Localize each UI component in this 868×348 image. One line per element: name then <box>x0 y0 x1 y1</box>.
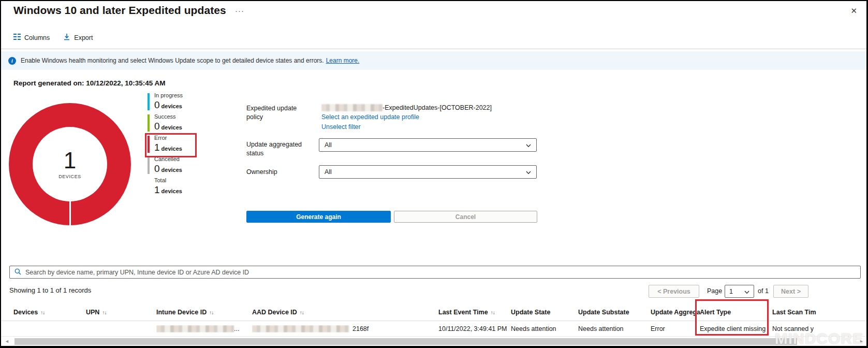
legend-label: In progress <box>154 92 183 99</box>
chevron-down-icon <box>526 142 531 148</box>
page-title: Windows 10 and later Expedited updates <box>13 4 226 17</box>
previous-page-button: < Previous <box>649 285 699 298</box>
sort-icon[interactable]: ↑↓ <box>40 310 45 315</box>
col-header-aad-device-id[interactable]: AAD Device ID↑↓ <box>252 309 438 316</box>
table-header-row: Devices↑↓ UPN↑↓ Intune Device ID↑↓ AAD D… <box>1 304 866 321</box>
col-header-intune-device-id[interactable]: Intune Device ID↑↓ <box>156 309 252 316</box>
ownership-select[interactable]: All <box>319 165 537 179</box>
generate-again-button[interactable]: Generate again <box>246 211 391 223</box>
legend-item-in-progress: In progress 0devices <box>148 92 183 111</box>
policy-value: -ExpeditedUpdates-[OCTOBER-2022] <box>321 104 492 111</box>
sort-icon[interactable]: ↑↓ <box>209 310 213 315</box>
donut-segment-gap <box>69 199 71 225</box>
select-profile-link[interactable]: Select an expedited update profile <box>321 113 419 121</box>
cell-aad-device-id: 2168f <box>252 325 438 332</box>
cell-update-state: Needs attention <box>511 325 578 332</box>
legend-color-bar <box>148 157 150 174</box>
expedited-updates-report-window: Windows 10 and later Expedited updates ·… <box>0 0 868 348</box>
columns-button[interactable]: Columns <box>13 34 50 41</box>
close-icon[interactable]: ✕ <box>850 6 857 16</box>
legend-item-total: Total 1devices <box>148 177 183 196</box>
search-input[interactable] <box>25 269 856 276</box>
chart-legend: In progress 0devices Success 0devices Er… <box>148 92 183 198</box>
donut-center-label: DEVICES <box>58 174 81 179</box>
cell-update-substate: Needs attention <box>578 325 651 332</box>
horizontal-scrollbar[interactable]: ◄ ► <box>1 337 866 346</box>
legend-color-bar <box>148 114 150 132</box>
chevron-down-icon <box>744 289 749 294</box>
legend-unit: devices <box>161 124 182 130</box>
cell-intune-device-id: ... <box>156 325 252 332</box>
legend-item-cancelled: Cancelled 0devices <box>148 156 183 175</box>
legend-value: 1 <box>154 184 160 195</box>
toolbar: Columns Export <box>13 33 93 42</box>
legend-label: Success <box>154 113 183 121</box>
current-page-value: 1 <box>729 288 733 295</box>
donut-ring: 1 DEVICES <box>9 103 131 225</box>
legend-item-error: Error 1devices <box>148 135 183 154</box>
col-header-last-event-time[interactable]: Last Event Time↑↓ <box>438 309 511 316</box>
legend-label: Total <box>154 177 183 184</box>
legend-value: 0 <box>154 121 160 132</box>
legend-unit: devices <box>161 188 182 194</box>
legend-label: Error <box>154 135 183 142</box>
cell-last-event-time: 10/11/2022, 3:49:41 PM <box>438 325 511 332</box>
chevron-down-icon <box>526 169 531 175</box>
status-selected-value: All <box>325 141 332 149</box>
export-icon <box>63 33 70 42</box>
redacted-aad-device-id <box>252 325 349 332</box>
columns-icon <box>13 34 21 41</box>
col-header-devices[interactable]: Devices↑↓ <box>13 309 86 316</box>
cancel-button: Cancel <box>394 211 537 223</box>
sort-icon[interactable]: ↑↓ <box>300 310 304 315</box>
legend-unit: devices <box>161 146 182 152</box>
ownership-label: Ownership <box>246 168 315 177</box>
policy-label: Expedited update policy <box>246 104 315 122</box>
page-number-select[interactable]: 1 <box>725 285 754 298</box>
donut-center: 1 DEVICES <box>33 127 107 201</box>
unselect-filter-link[interactable]: Unselect filter <box>321 123 361 130</box>
legend-value: 0 <box>154 163 160 174</box>
export-button[interactable]: Export <box>63 33 93 42</box>
page-of-label: of 1 <box>758 287 769 295</box>
donut-center-value: 1 <box>64 149 76 172</box>
redacted-policy-prefix <box>321 104 382 111</box>
table-row[interactable]: ... 2168f 10/11/2022, 3:49:41 PM Needs a… <box>1 321 866 337</box>
toolbar-divider <box>1 49 866 49</box>
info-banner: i Enable Windows health monitoring and s… <box>1 51 866 70</box>
scroll-left-arrow-icon[interactable]: ◄ <box>5 339 9 344</box>
info-icon: i <box>8 57 16 65</box>
learn-more-link[interactable]: Learn more. <box>326 57 360 64</box>
watermark: MINDCORE <box>775 330 863 347</box>
col-header-upn[interactable]: UPN↑↓ <box>86 309 156 316</box>
records-summary: Showing 1 to 1 of 1 records <box>9 286 91 294</box>
legend-unit: devices <box>161 103 182 109</box>
legend-item-success: Success 0devices <box>148 113 183 133</box>
more-options-icon[interactable]: ··· <box>235 6 244 15</box>
next-page-button: Next > <box>773 285 808 298</box>
page-label: Page <box>707 287 722 295</box>
col-header-update-aggregated[interactable]: Update Aggregated... <box>651 309 700 316</box>
sort-icon[interactable]: ↑↓ <box>102 310 106 315</box>
legend-value: 0 <box>154 99 160 110</box>
col-header-update-state[interactable]: Update State <box>511 309 578 316</box>
col-header-update-substate[interactable]: Update Substate <box>578 309 651 316</box>
report-generated-label: Report generated on: 10/12/2022, 10:35:4… <box>13 79 166 87</box>
sort-icon[interactable]: ↑↓ <box>491 310 495 315</box>
redacted-intune-device-id <box>156 325 234 332</box>
legend-color-bar <box>148 93 150 110</box>
policy-value-suffix: -ExpeditedUpdates-[OCTOBER-2022] <box>382 104 492 111</box>
device-search-box[interactable] <box>9 266 861 279</box>
search-icon <box>14 268 21 277</box>
ownership-selected-value: All <box>325 168 332 176</box>
legend-unit: devices <box>161 167 182 173</box>
cell-alert-type: Expedite client missing <box>700 325 772 332</box>
cell-update-aggregated: Error <box>651 325 700 332</box>
export-label: Export <box>74 34 93 41</box>
col-header-alert-type[interactable]: Alert Type <box>700 309 772 316</box>
update-aggregated-status-select[interactable]: All <box>319 138 537 152</box>
status-label: Update aggregated status <box>246 140 315 158</box>
legend-value: 1 <box>154 142 160 153</box>
scrollbar-thumb[interactable] <box>14 338 797 345</box>
col-header-last-scan-time[interactable]: Last Scan Tim <box>772 309 868 316</box>
